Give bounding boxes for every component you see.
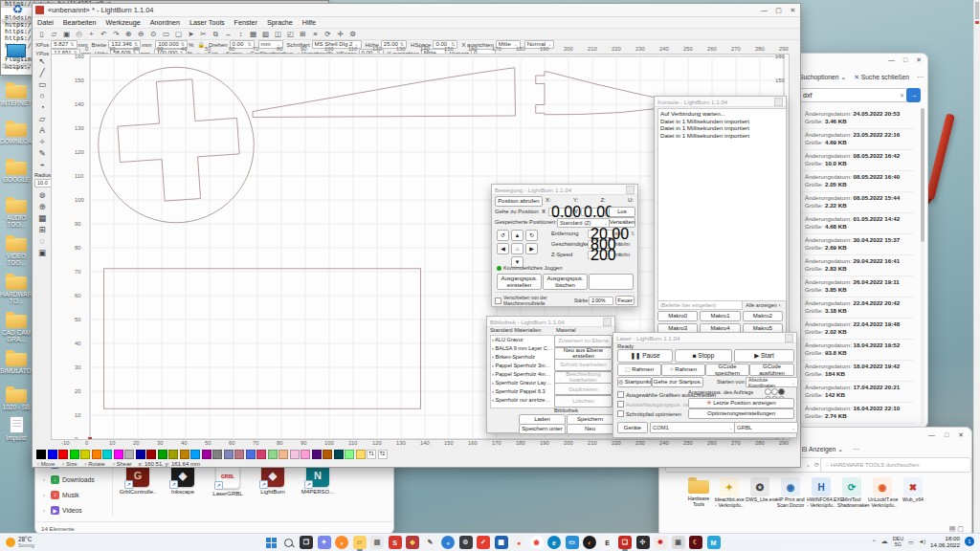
- library-titlebar[interactable]: Bibliothek - LightBurn 1.1.04: [487, 317, 614, 327]
- palette-color-22[interactable]: [278, 450, 288, 459]
- sidebar-item-videos[interactable]: ›▶Videos: [35, 502, 112, 518]
- frame-rect-button[interactable]: ⬚ Rahmen: [617, 364, 661, 376]
- close-icon[interactable]: [785, 334, 793, 342]
- taskbar-app-13[interactable]: ▦: [495, 536, 508, 549]
- toolbar-icon-10[interactable]: ▭: [160, 30, 172, 38]
- taskbar-app-12[interactable]: ✓: [477, 536, 490, 549]
- palette-color-0[interactable]: [36, 450, 46, 459]
- desktop-icon-downloads[interactable]: DOWNLOADS: [0, 121, 33, 144]
- tool-icon-5[interactable]: ▱: [34, 113, 50, 124]
- palette-color-8[interactable]: [124, 450, 134, 459]
- status-toggle-rotate[interactable]: Rotate: [84, 461, 105, 467]
- volume-icon[interactable]: ◄): [919, 539, 925, 544]
- tray-expand-icon[interactable]: ⌃: [872, 539, 877, 545]
- toolbar-icon-12[interactable]: ➤: [185, 30, 197, 38]
- palette-color-4[interactable]: [80, 450, 90, 459]
- toolbar-icon-3[interactable]: ⎙: [73, 30, 85, 39]
- toolbar-icon-18[interactable]: ▧: [259, 30, 272, 38]
- palette-color-12[interactable]: [168, 450, 178, 459]
- save-gcode-button[interactable]: GCode speichern: [705, 364, 749, 376]
- material-item[interactable]: › Sperrholz Pappel 6.3: [492, 387, 553, 396]
- close-icon[interactable]: ✕: [958, 431, 964, 439]
- app-icon-lightburn[interactable]: ◆↗LightBurn: [252, 464, 294, 495]
- palette-color-6[interactable]: [102, 450, 112, 459]
- taskbar-search-icon[interactable]: [282, 536, 296, 549]
- radius-input[interactable]: 10.0: [34, 179, 52, 187]
- close-icon[interactable]: ✕: [916, 56, 922, 64]
- language-indicator[interactable]: DEU5G: [893, 536, 903, 547]
- clear-origin-button[interactable]: Ausgangspos. löschen: [543, 274, 588, 290]
- desktop-icon-video-too-[interactable]: VIDEO TOO...: [0, 235, 33, 266]
- menu-datei[interactable]: Datei: [33, 18, 58, 27]
- app-icon-inkscape[interactable]: ◆↗Inkscape: [162, 464, 204, 495]
- taskbar-app-16[interactable]: e: [547, 536, 561, 549]
- material-item[interactable]: › Birken-Sperrholz: [492, 353, 553, 362]
- firmware-select[interactable]: GRBL: [734, 422, 798, 433]
- library-action-4[interactable]: Duplizieren: [554, 383, 612, 395]
- console-titlebar[interactable]: Konsole - LightBurn 1.1.04: [655, 97, 786, 107]
- palette-color-23[interactable]: [290, 450, 300, 459]
- optimize-path-checkbox[interactable]: Schnittpfad optimieren: [617, 410, 681, 417]
- hardware-item-7[interactable]: ✖Wub_x64: [899, 477, 927, 503]
- palette-color-15[interactable]: [202, 450, 212, 459]
- palette-color-11[interactable]: [158, 450, 167, 459]
- start-from-select[interactable]: Absolute Koordinaten: [746, 377, 798, 387]
- job-origin-radio-2[interactable]: [778, 388, 785, 395]
- palette-color-3[interactable]: [70, 450, 79, 459]
- app-icon-m4perso-[interactable]: N↗M4PERSO...: [297, 464, 339, 495]
- tool-icon-b3[interactable]: ⊞: [34, 224, 50, 235]
- continuous-jog-toggle[interactable]: Kontinuierliches Joggen: [497, 265, 563, 271]
- toolbar-icon-9[interactable]: ⊙: [147, 30, 160, 38]
- lightburn-titlebar[interactable]: «unbenannt» * - LightBurn 1.1.04 — ▢ ✕: [33, 4, 800, 17]
- desktop-icon-papierkorb[interactable]: ♻Papierkorb: [1, 2, 33, 24]
- material-item[interactable]: › Sperrholz Gravur Layer 03: [492, 379, 553, 387]
- scrollbar[interactable]: [921, 108, 924, 424]
- toolbar-icon-5[interactable]: ↶: [98, 30, 110, 38]
- macro-button-makro1[interactable]: Makro1: [700, 311, 740, 321]
- more-options-icon[interactable]: ⋯: [853, 446, 859, 453]
- stop-button[interactable]: ■ Stopp: [675, 349, 732, 363]
- material-item[interactable]: › Sperrholz nur anritzen La...: [492, 396, 553, 405]
- menu-bearbeiten[interactable]: Bearbeiten: [58, 18, 101, 27]
- job-origin-radio-1[interactable]: [771, 388, 778, 395]
- library-action-1[interactable]: Neu aus Ebene erstellen: [554, 347, 612, 360]
- material-item[interactable]: › Pappel Sperrholz 3mm La...: [492, 362, 553, 370]
- hardware-item-5[interactable]: ⟳MiniTool Shadowmaker: [837, 477, 866, 509]
- library-action-2[interactable]: Schnitt bearbeiten: [554, 359, 612, 371]
- desktop-icon-simulatore-[interactable]: SIMULATORE...: [0, 350, 33, 374]
- toolbar-icon-24[interactable]: ✛: [334, 30, 346, 38]
- material-item[interactable]: › Pappel Sperrholz 4mm La...: [492, 370, 553, 379]
- set-origin-button[interactable]: Ausgangspos. einstellen: [497, 274, 542, 290]
- palette-color-24[interactable]: [301, 450, 310, 459]
- library-action-5[interactable]: Löschen: [554, 395, 612, 408]
- move-titlebar[interactable]: Bewegung - LightBurn 1.1.04: [492, 185, 637, 195]
- palette-tool-layer-T1[interactable]: T1: [367, 450, 376, 459]
- frame-circle-button[interactable]: ○ Rahmen: [661, 364, 705, 376]
- macro-button-makro2[interactable]: Makro2: [743, 311, 783, 321]
- search-input[interactable]: dxf ✕: [799, 88, 908, 102]
- palette-color-5[interactable]: [92, 450, 101, 459]
- taskbar-app-25[interactable]: M: [707, 536, 721, 549]
- palette-color-20[interactable]: [256, 450, 266, 459]
- desktop-icon-cad-cam-gra-[interactable]: CAD CAM GRA...: [0, 312, 33, 342]
- laser-titlebar[interactable]: Laser - LightBurn 1.1.04: [613, 333, 796, 343]
- palette-color-28[interactable]: [345, 450, 354, 459]
- jog-button-1[interactable]: ▲: [511, 230, 523, 241]
- taskbar-app-15[interactable]: ◉: [530, 536, 544, 549]
- tool-icon-1[interactable]: ╱: [34, 67, 50, 78]
- taskbar-app-5[interactable]: ▱: [353, 536, 367, 549]
- palette-color-26[interactable]: [323, 450, 332, 459]
- taskbar-app-11[interactable]: ⚙: [459, 536, 473, 549]
- library-action-3[interactable]: Beschreibung bearbeiten: [554, 371, 612, 384]
- desktop-icon-google[interactable]: GOOGLE: [0, 159, 33, 183]
- search-go-button[interactable]: →: [906, 88, 921, 102]
- taskbar-app-2[interactable]: ❐: [300, 536, 313, 549]
- view-menu[interactable]: ⊟ Anzeigen ⌄: [802, 446, 843, 453]
- go-button[interactable]: Los: [609, 207, 635, 217]
- hardware-item-1[interactable]: ✦bleachbit.exe - Verknüpfu..: [715, 477, 744, 509]
- fire-button[interactable]: Feuer: [615, 296, 635, 305]
- toolbar-icon-2[interactable]: ▣: [60, 30, 73, 38]
- toolbar-icon-13[interactable]: ✂: [197, 30, 210, 38]
- clock[interactable]: 18:0014.06.2022: [930, 535, 960, 548]
- palette-color-13[interactable]: [180, 450, 189, 459]
